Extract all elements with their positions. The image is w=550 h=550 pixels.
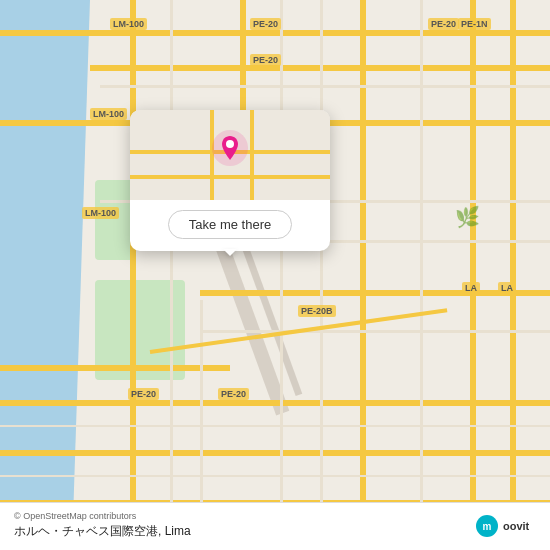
- mini-road-2: [130, 175, 330, 179]
- label-pe20b: PE-20B: [298, 305, 336, 317]
- road-h7: [0, 450, 550, 456]
- label-lm100-top: LM-100: [110, 18, 147, 30]
- label-pe1n: PE-1N: [458, 18, 491, 30]
- map-container: LM-100 PE-20 PE-20 LM-100 LM-100 PE-20 P…: [0, 0, 550, 550]
- road-h5: [0, 365, 230, 371]
- road-h6: [0, 400, 550, 406]
- minor-road-5: [0, 425, 550, 427]
- park-area-2: [95, 180, 135, 260]
- label-pe20-top: PE-20: [250, 18, 281, 30]
- road-h1: [0, 30, 550, 36]
- road-v1: [130, 0, 136, 550]
- svg-text:oovit: oovit: [503, 520, 530, 532]
- minor-v5: [420, 0, 423, 550]
- minor-v1: [170, 0, 173, 550]
- copyright-text: © OpenStreetMap contributors: [14, 511, 191, 521]
- moovit-svg: m oovit: [476, 515, 536, 537]
- svg-point-1: [226, 140, 234, 148]
- tree-icon: 🌿: [455, 205, 480, 229]
- label-pe20-bottom: PE-20: [128, 388, 159, 400]
- moovit-logo: m oovit: [476, 515, 536, 537]
- road-v4: [470, 0, 476, 550]
- mini-road-v2: [250, 110, 254, 200]
- location-title: ホルヘ・チャベス国際空港, Lima: [14, 523, 191, 540]
- bottom-bar: © OpenStreetMap contributors ホルヘ・チャベス国際空…: [0, 502, 550, 550]
- label-la1: LA: [462, 282, 480, 294]
- label-pe20-right-top: PE-20: [428, 18, 459, 30]
- minor-v4: [320, 0, 323, 550]
- svg-text:m: m: [483, 521, 492, 532]
- minor-road-4: [200, 330, 550, 333]
- label-pe20-mid: PE-20: [250, 54, 281, 66]
- road-v5: [510, 0, 516, 550]
- location-pin: [212, 130, 248, 166]
- take-me-there-button[interactable]: Take me there: [168, 210, 292, 239]
- label-lm100-lower: LM-100: [82, 207, 119, 219]
- label-la2: LA: [498, 282, 516, 294]
- minor-v3: [280, 0, 283, 550]
- minor-road-1: [100, 85, 550, 88]
- road-v3: [360, 0, 366, 550]
- popup-card: Take me there: [130, 110, 330, 251]
- label-pe20-bottom2: PE-20: [218, 388, 249, 400]
- label-lm100-mid: LM-100: [90, 108, 127, 120]
- popup-map-preview: [130, 110, 330, 200]
- minor-road-6: [0, 475, 550, 477]
